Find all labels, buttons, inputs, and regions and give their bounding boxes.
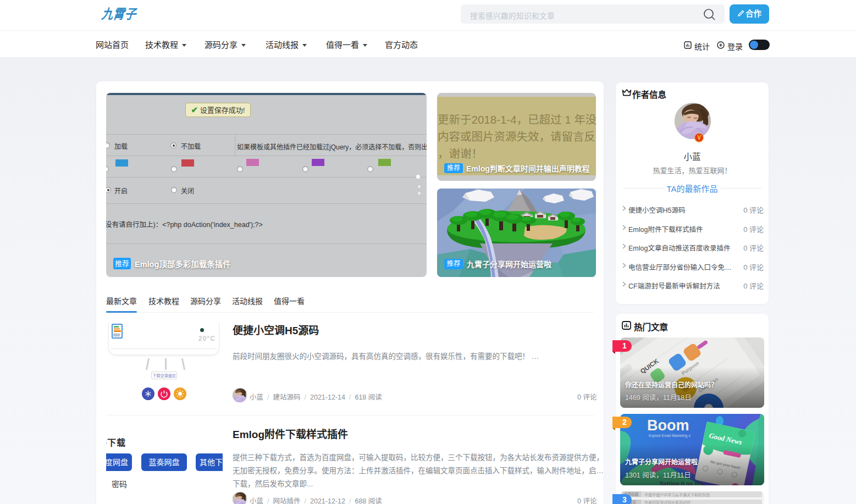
svg-text:不错不错户中学习从不满天下和好东西: 不错不错户中学习从不满天下和好东西 <box>644 492 710 497</box>
svg-text:Setting it on fire: Setting it on fire <box>660 480 704 485</box>
svg-text:作者回复测试特价奖品好的: 作者回复测试特价奖品好的 <box>644 500 691 504</box>
